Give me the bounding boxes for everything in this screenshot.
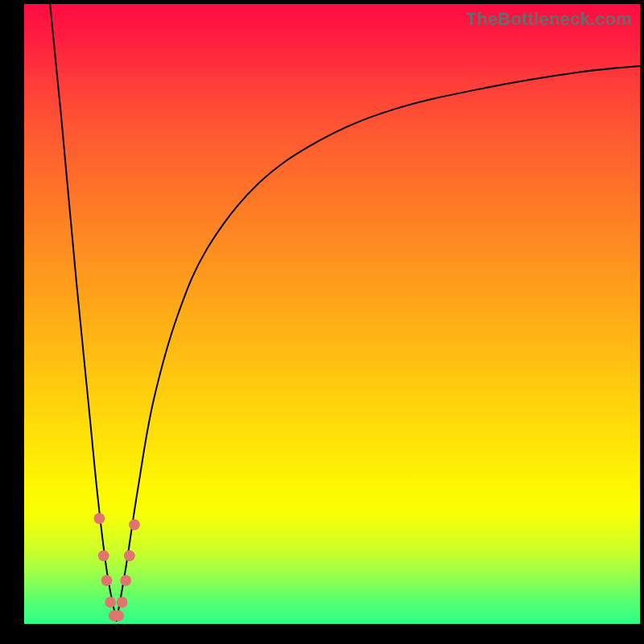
plot-area: TheBottleneck.com <box>24 4 640 624</box>
data-marker <box>98 550 109 561</box>
data-marker <box>105 597 116 608</box>
curve-segment <box>50 4 117 621</box>
curve-svg <box>24 4 640 624</box>
curve-segment <box>117 66 640 621</box>
data-marker <box>93 513 105 524</box>
data-marker <box>113 610 124 621</box>
data-marker <box>117 597 128 608</box>
data-marker <box>124 550 135 561</box>
data-marker <box>101 575 113 586</box>
chart-frame: TheBottleneck.com <box>0 0 644 644</box>
data-marker <box>120 575 131 586</box>
data-marker <box>129 519 140 530</box>
